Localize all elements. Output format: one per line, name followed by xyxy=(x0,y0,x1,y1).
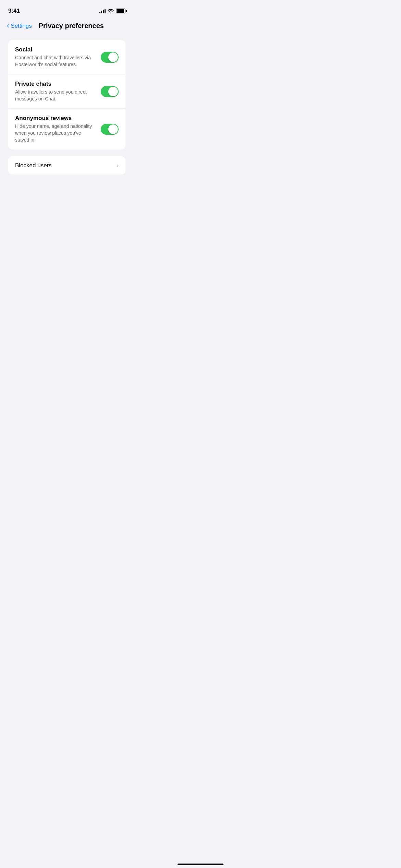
page-title: Privacy preferences xyxy=(39,22,104,30)
private-chats-description: Allow travellers to send you direct mess… xyxy=(15,89,94,102)
private-chats-setting-text: Private chats Allow travellers to send y… xyxy=(15,81,101,102)
private-chats-setting-row: Private chats Allow travellers to send y… xyxy=(8,74,125,109)
social-description: Connect and chat with travellers via Hos… xyxy=(15,55,94,68)
signal-bar-4 xyxy=(105,9,106,13)
social-toggle-knob xyxy=(108,52,118,62)
chevron-right-icon: › xyxy=(117,162,119,169)
status-icons xyxy=(99,9,125,13)
status-time: 9:41 xyxy=(8,8,20,14)
anonymous-reviews-toggle[interactable] xyxy=(101,124,119,135)
signal-bars-icon xyxy=(99,9,106,13)
social-toggle[interactable] xyxy=(101,52,119,63)
settings-section: Social Connect and chat with travellers … xyxy=(8,40,125,149)
social-label: Social xyxy=(15,46,94,53)
signal-bar-2 xyxy=(101,11,102,13)
wifi-icon xyxy=(108,9,114,13)
battery-fill xyxy=(117,9,124,13)
anonymous-reviews-setting-row: Anonymous reviews Hide your name, age an… xyxy=(8,109,125,149)
private-chats-label: Private chats xyxy=(15,81,94,87)
back-label: Settings xyxy=(11,23,32,29)
blocked-users-row[interactable]: Blocked users › xyxy=(8,156,125,174)
status-bar: 9:41 xyxy=(0,0,134,17)
back-chevron-icon: ‹ xyxy=(7,22,9,29)
signal-bar-1 xyxy=(99,12,100,13)
private-chats-toggle-knob xyxy=(108,87,118,96)
social-setting-row: Social Connect and chat with travellers … xyxy=(8,40,125,74)
battery-icon xyxy=(116,9,125,13)
anonymous-reviews-label: Anonymous reviews xyxy=(15,115,94,122)
anonymous-reviews-setting-text: Anonymous reviews Hide your name, age an… xyxy=(15,115,101,143)
private-chats-toggle[interactable] xyxy=(101,86,119,97)
nav-bar: ‹ Settings Privacy preferences xyxy=(0,19,134,33)
anonymous-reviews-description: Hide your name, age and nationality when… xyxy=(15,123,94,143)
back-button[interactable]: ‹ Settings xyxy=(7,23,32,29)
signal-bar-3 xyxy=(103,10,104,13)
anonymous-reviews-toggle-knob xyxy=(108,124,118,134)
content-area: Social Connect and chat with travellers … xyxy=(0,33,134,181)
social-setting-text: Social Connect and chat with travellers … xyxy=(15,46,101,68)
blocked-users-label: Blocked users xyxy=(15,162,52,169)
